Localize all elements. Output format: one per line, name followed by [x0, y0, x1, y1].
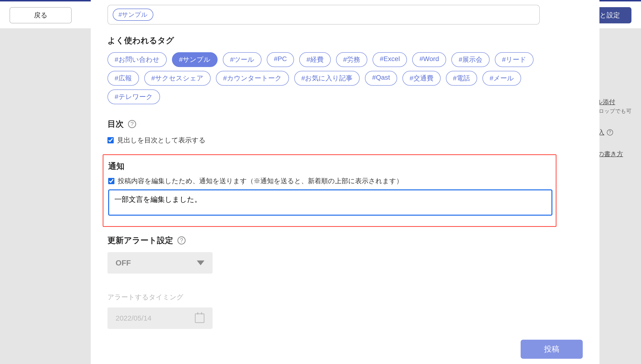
tag-pill[interactable]: #PC [267, 52, 294, 67]
alert-select-value: OFF [116, 258, 131, 268]
tag-pill[interactable]: #お気に入り記事 [294, 71, 360, 86]
notify-checkbox[interactable] [108, 178, 114, 184]
tag-pill[interactable]: #メール [482, 71, 521, 86]
notify-checkbox-row[interactable]: 投稿内容を編集したため、通知を送ります（※通知を送ると、新着順の上部に表示されま… [108, 176, 551, 186]
toc-heading: 目次 ? [107, 118, 590, 130]
post-editor-modal: #サンプル よく使われるタグ #お問い合わせ#サンプル#ツール#PC#経費#労務… [91, 0, 599, 364]
tag-input-field[interactable]: #サンプル [107, 5, 540, 24]
tag-pill[interactable]: #電話 [446, 71, 477, 86]
notify-section-highlight: 通知 投稿内容を編集したため、通知を送ります（※通知を送ると、新着順の上部に表示… [103, 154, 556, 227]
tag-pill[interactable]: #Excel [373, 52, 407, 67]
tag-pill[interactable]: #交通費 [402, 71, 441, 86]
tag-pill[interactable]: #労務 [336, 52, 367, 67]
help-icon[interactable]: ? [177, 236, 185, 244]
submit-button[interactable]: 投稿 [521, 340, 583, 359]
tag-pill[interactable]: #サクセスシェア [144, 71, 211, 86]
alert-select[interactable]: OFF [107, 252, 212, 274]
alert-date-value: 2022/05/14 [116, 314, 151, 322]
toc-checkbox[interactable] [107, 137, 114, 143]
tag-pill[interactable]: #テレワーク [107, 90, 160, 104]
common-tags-heading-text: よく使われるタグ [107, 35, 174, 46]
toc-checkbox-row[interactable]: 見出しを目次として表示する [107, 136, 590, 145]
tag-pill[interactable]: #カウンタートーク [216, 71, 289, 86]
calendar-icon [195, 314, 204, 323]
tag-pill[interactable]: #Qast [365, 71, 397, 86]
footer-submit-area: 投稿 [521, 340, 583, 359]
tag-pill[interactable]: #経費 [299, 52, 331, 67]
chevron-down-icon [197, 260, 204, 265]
tag-chip-current[interactable]: #サンプル [113, 8, 153, 21]
tag-pill[interactable]: #展示会 [451, 52, 490, 67]
help-icon[interactable]: ? [128, 120, 136, 128]
help-icon[interactable]: ? [607, 129, 613, 136]
notify-message-textarea[interactable] [108, 190, 552, 216]
back-button[interactable]: 戻る [10, 7, 72, 24]
alert-heading: 更新アラート設定 ? [107, 235, 590, 246]
toc-heading-text: 目次 [107, 118, 124, 130]
tag-pill[interactable]: #リード [495, 52, 534, 67]
notify-checkbox-label: 投稿内容を編集したため、通知を送ります（※通知を送ると、新着順の上部に表示されま… [118, 176, 403, 186]
tag-pill[interactable]: #Word [412, 52, 446, 67]
alert-heading-text: 更新アラート設定 [107, 235, 173, 246]
tag-pill[interactable]: #広報 [107, 71, 139, 86]
common-tags-row: #お問い合わせ#サンプル#ツール#PC#経費#労務#Excel#Word#展示会… [107, 52, 540, 104]
toc-checkbox-label: 見出しを目次として表示する [117, 136, 206, 145]
tag-pill[interactable]: #ツール [223, 52, 262, 67]
notify-heading: 通知 [108, 161, 551, 172]
alert-timing-label: アラートするタイミング [107, 293, 590, 302]
tag-pill[interactable]: #お問い合わせ [107, 52, 167, 67]
notify-heading-text: 通知 [108, 161, 124, 172]
tag-pill[interactable]: #サンプル [172, 52, 218, 67]
common-tags-heading: よく使われるタグ [107, 35, 590, 46]
alert-date-field: 2022/05/14 [107, 308, 212, 329]
